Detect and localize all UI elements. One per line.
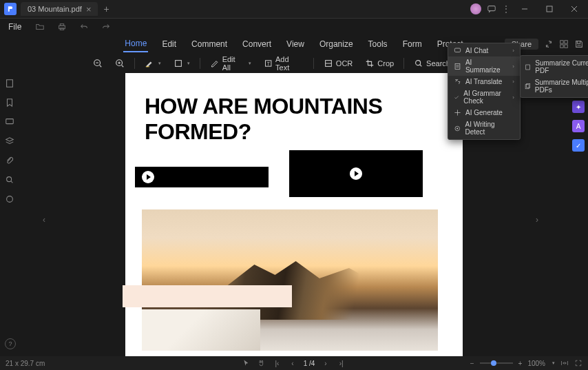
tab-form[interactable]: Form (401, 37, 423, 52)
ai-summarize-item[interactable]: AI Summarize› (448, 56, 520, 76)
bookmarks-icon[interactable] (5, 98, 14, 107)
zoom-out-button[interactable] (89, 56, 107, 70)
add-text-label: Add Text (275, 55, 304, 72)
tab-home[interactable]: Home (123, 36, 148, 52)
play-icon (350, 167, 362, 180)
summarize-multiple-item[interactable]: Summarize Multiple PDFs (521, 76, 588, 96)
tab-comment[interactable]: Comment (190, 37, 229, 52)
fields-icon[interactable] (5, 194, 14, 204)
tab-convert[interactable]: Convert (241, 37, 273, 52)
svg-rect-9 (565, 41, 567, 43)
summarize-current-item[interactable]: Summarize Current PDF (521, 57, 588, 76)
minimize-icon[interactable] (515, 0, 534, 18)
edit-all-button[interactable]: Edit All▾ (206, 53, 255, 74)
ai-translate-item[interactable]: AI Translate› (448, 76, 520, 88)
svg-line-41 (11, 181, 13, 183)
highlight-button[interactable]: ▾ (140, 56, 165, 70)
right-rail: ✦ A ✓ (569, 73, 588, 356)
shape-button[interactable]: ▾ (169, 56, 194, 70)
page-dimensions: 21 x 29.7 cm (6, 360, 45, 367)
attachments-icon[interactable] (5, 156, 14, 165)
close-window-icon[interactable] (565, 0, 584, 18)
thumbnails-icon[interactable] (5, 79, 14, 88)
page-total: 4 (311, 360, 315, 367)
svg-rect-39 (6, 119, 14, 124)
crop-button[interactable]: Crop (361, 56, 398, 70)
close-tab-icon[interactable]: × (86, 4, 92, 14)
svg-rect-38 (7, 80, 13, 88)
page-current[interactable]: 1 (304, 360, 308, 367)
svg-point-24 (416, 61, 421, 65)
next-page-button[interactable]: › (322, 360, 329, 367)
maximize-icon[interactable] (540, 0, 559, 18)
print-icon[interactable] (54, 21, 70, 33)
svg-point-34 (456, 127, 458, 129)
video-placeholder-2[interactable] (289, 150, 423, 197)
ocr-button[interactable]: OCR (319, 56, 357, 70)
open-icon[interactable] (32, 21, 48, 33)
ai-grammar-item[interactable]: AI Grammar Check› (448, 88, 520, 107)
ai-panel-icon[interactable]: ✦ (572, 101, 585, 113)
undo-icon[interactable] (76, 21, 92, 33)
last-page-button[interactable]: ›| (337, 360, 346, 367)
redo-icon[interactable] (98, 21, 114, 33)
svg-point-42 (7, 196, 13, 203)
tab-view[interactable]: View (285, 37, 306, 52)
window-titlebar: 03 Mountain.pdf × + ⋮ (0, 0, 588, 19)
first-page-button[interactable]: |‹ (272, 360, 282, 367)
video-placeholder-1[interactable] (135, 167, 269, 187)
quick-access-bar: File (0, 19, 588, 35)
ai-assistant-menu: AI Chat› AI Summarize› AI Translate› AI … (448, 43, 521, 140)
page-title: HOW ARE MOUNTAINS FORMED? (145, 94, 443, 145)
save-icon[interactable] (574, 39, 584, 49)
user-avatar[interactable] (470, 3, 481, 14)
left-rail (0, 73, 19, 356)
search-rail-icon[interactable] (5, 175, 14, 185)
decorative-block (123, 285, 292, 307)
tab-organize[interactable]: Organize (318, 37, 355, 52)
new-tab-button[interactable]: + (98, 3, 114, 14)
properties-panel-icon[interactable]: ✓ (572, 139, 585, 152)
svg-line-13 (100, 65, 102, 68)
svg-rect-19 (176, 61, 182, 67)
svg-rect-29 (454, 48, 460, 52)
zoom-level[interactable]: 100% (527, 360, 545, 367)
document-tab[interactable]: 03 Mountain.pdf × (21, 2, 98, 16)
status-bar: 21 x 29.7 cm |‹ ‹ 1 /4 › ›| − + 100%▾ (0, 356, 588, 370)
fit-width-icon[interactable] (560, 359, 569, 367)
ai-writing-detect-item[interactable]: AI Writing Detect (448, 119, 520, 138)
svg-line-25 (420, 65, 422, 67)
zoom-in-button[interactable] (111, 56, 129, 70)
zoom-in-small-button[interactable]: + (518, 360, 523, 367)
layers-icon[interactable] (5, 136, 14, 146)
edit-all-label: Edit All (222, 55, 244, 72)
ai-chat-panel-icon[interactable]: A (572, 120, 585, 132)
prev-page-arrow-icon[interactable]: ‹ (43, 215, 52, 225)
ocr-label: OCR (336, 59, 353, 68)
next-page-arrow-icon[interactable]: › (536, 215, 545, 225)
prev-page-button[interactable]: ‹ (288, 360, 296, 367)
tab-edit[interactable]: Edit (160, 37, 178, 52)
help-icon[interactable]: ? (5, 338, 16, 349)
chat-bubble-icon[interactable] (487, 4, 496, 14)
ai-generate-item[interactable]: AI Generate (448, 107, 520, 119)
cursor-mode-icon[interactable] (242, 359, 250, 367)
ai-chat-item[interactable]: AI Chat› (448, 45, 520, 56)
svg-rect-0 (488, 6, 496, 11)
tab-tools[interactable]: Tools (367, 37, 389, 52)
fullscreen-icon[interactable] (574, 359, 582, 367)
svg-rect-8 (560, 41, 563, 43)
comments-icon[interactable] (5, 117, 14, 127)
kebab-menu-icon[interactable]: ⋮ (502, 4, 510, 14)
add-text-button[interactable]: TAdd Text (260, 53, 308, 74)
hand-mode-icon[interactable] (257, 359, 265, 367)
zoom-slider[interactable] (480, 362, 513, 364)
zoom-out-small-button[interactable]: − (470, 360, 474, 367)
tab-title: 03 Mountain.pdf (28, 5, 82, 13)
search-label: Search (426, 59, 450, 68)
sync-icon[interactable] (544, 39, 554, 49)
svg-rect-2 (547, 6, 552, 12)
crop-label: Crop (377, 59, 394, 68)
grid-icon[interactable] (559, 39, 569, 49)
file-menu[interactable]: File (4, 21, 25, 33)
